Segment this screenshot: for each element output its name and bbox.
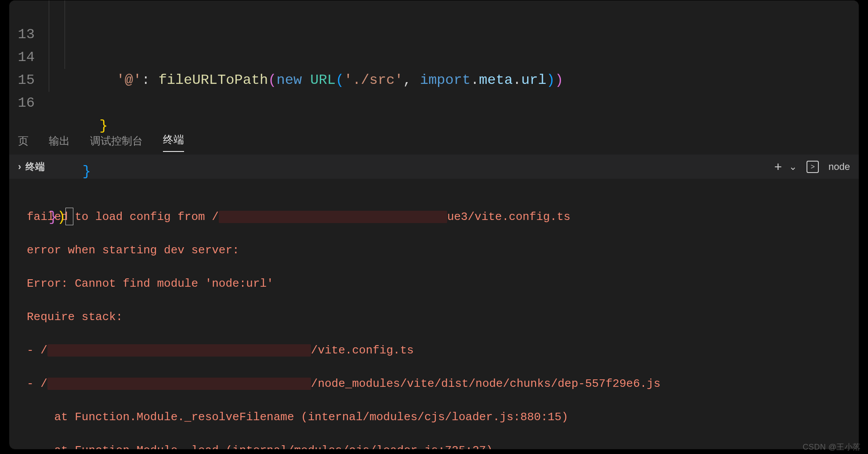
tab-problems[interactable]: 页 (18, 131, 29, 151)
code-line: } (49, 160, 859, 183)
line-number: 13 (9, 23, 35, 46)
code-line (49, 252, 859, 274)
terminal-line: - //vite.config.ts (27, 342, 850, 359)
line-number-gutter: 13 14 15 16 (9, 0, 49, 128)
terminal-line: at Function.Module._resolveFilename (int… (27, 409, 850, 425)
code-line: } (49, 115, 859, 137)
line-number (9, 0, 35, 23)
editor-area[interactable]: 13 14 15 16 '@': fileURLToPath(new URL('… (9, 0, 859, 128)
code-line: '@': fileURLToPath(new URL('./src', impo… (49, 69, 859, 92)
line-number: 14 (9, 46, 35, 69)
watermark: CSDN @王小落 (803, 442, 861, 452)
terminal-line: - //node_modules/vite/dist/node/chunks/d… (27, 375, 850, 392)
terminal-title: 终端 (25, 160, 45, 173)
cursor (65, 208, 73, 225)
code-line: }) (49, 206, 859, 229)
terminal-line: at Function.Module._load (internal/modul… (27, 442, 850, 450)
code-content[interactable]: '@': fileURLToPath(new URL('./src', impo… (49, 0, 859, 128)
line-number: 16 (9, 92, 35, 115)
vscode-window: 13 14 15 16 '@': fileURLToPath(new URL('… (9, 0, 859, 450)
redacted-path (47, 344, 311, 357)
chevron-right-icon[interactable]: › (18, 161, 21, 173)
redacted-path (47, 378, 311, 390)
line-number: 15 (9, 69, 35, 92)
